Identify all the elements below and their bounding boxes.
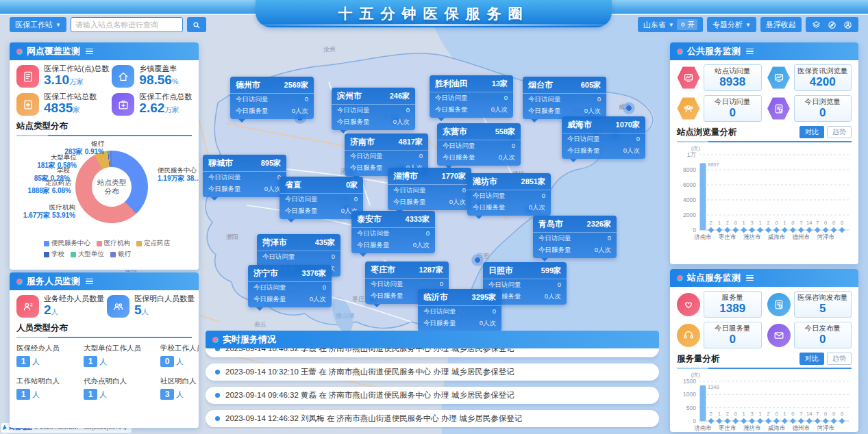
visit-label: 今日访问量: [371, 280, 404, 289]
bullet-dot-icon: [215, 348, 220, 351]
panel-title: 网点覆盖监测: [27, 45, 80, 58]
service-label: 今日服务量: [528, 107, 561, 116]
stat-value: 2.62万家: [139, 101, 192, 116]
map-city-tooltip[interactable]: 滨州市246家今日访问量0今日服务量0人次: [332, 88, 415, 130]
panel-header: 服务人员监测: [10, 272, 199, 290]
svg-text:0: 0: [775, 220, 778, 226]
realtime-service-panel: 实时服务情况 2023-09-14 10:46:32 李霞 在 济南市燕山街道便…: [206, 331, 659, 429]
legend-item[interactable]: 学校: [44, 250, 64, 259]
svg-text:2: 2: [767, 220, 769, 226]
bullet-dot-icon: [215, 370, 220, 374]
stat-value: 0: [796, 333, 850, 346]
mail-circle-icon: [767, 324, 791, 347]
chevron-down-icon: ▼: [745, 22, 751, 28]
stat-label: 业务经办人员数量: [44, 294, 104, 303]
svg-text:3: 3: [751, 411, 754, 417]
menu-icon[interactable]: [86, 49, 93, 55]
realtime-list[interactable]: 2023-09-14 10:46:32 李霞 在 济南市燕山街道便民服务中心 办…: [206, 348, 659, 429]
svg-text:2000: 2000: [683, 212, 696, 218]
city-name: 聊城市: [208, 157, 233, 169]
visit-label: 今日访问量: [357, 229, 390, 238]
map-city-tooltip[interactable]: 淄博市1770家今日访问量0今日服务量0人次: [388, 168, 471, 210]
section-title: 服务量分析 对比 趋势: [677, 353, 852, 369]
visit-value: 0: [406, 106, 410, 115]
float-collapse-label: 悬浮收起: [766, 20, 796, 30]
legend-item[interactable]: 大型单位: [71, 250, 104, 259]
stat-label: 医保咨询发布量: [796, 293, 850, 303]
map-city-tooltip[interactable]: 潍坊市2851家今日访问量0今日服务量0人次: [467, 173, 551, 216]
stat-tile: 服务量1389: [677, 291, 762, 318]
map-city-tooltip[interactable]: 青岛市2326家今日访问量0今日服务量0人次: [533, 216, 617, 258]
compare-button[interactable]: 对比: [799, 126, 824, 138]
type-count-badge: 3: [160, 389, 174, 400]
map-city-tooltip[interactable]: 德州市2569家今日访问量0今日服务量0人次: [230, 77, 314, 119]
svg-text:0: 0: [832, 411, 835, 417]
map-city-tooltip[interactable]: 东营市558家今日访问量0今日服务量0人次: [437, 123, 521, 166]
svg-text:1: 1: [718, 411, 721, 417]
category-dropdown[interactable]: 医保工作站 ▼: [10, 17, 66, 32]
city-count: 435家: [315, 238, 335, 248]
donut-callout: 便民服务中心1.19万家 38....: [158, 166, 199, 183]
service-value: 0人次: [584, 107, 601, 116]
heart-circle-icon: [682, 298, 695, 311]
service-value: 0人次: [499, 153, 515, 162]
donut-callout: 医疗机构1.67万家 53.91%: [16, 203, 75, 220]
account-icon[interactable]: [843, 20, 853, 30]
stat-item: 医保工作站(点)总数3.10万家: [16, 64, 109, 88]
map-city-tooltip[interactable]: 胜利油田13家今日访问量0今日服务量0人次: [430, 75, 513, 118]
menu-icon[interactable]: [746, 49, 754, 55]
float-collapse-button[interactable]: 悬浮收起: [760, 17, 802, 32]
svg-text:2: 2: [726, 220, 729, 226]
search-button[interactable]: [187, 17, 206, 32]
service-value: 0人次: [623, 146, 640, 155]
legend-item[interactable]: 银行: [110, 250, 131, 259]
stat-tile: 今日服务量0: [677, 322, 762, 348]
section-title: 站点类型分布: [16, 120, 192, 136]
trend-button[interactable]: 趋势: [827, 126, 852, 138]
city-count: 1770家: [442, 171, 466, 181]
legend-item[interactable]: 医疗机构: [97, 239, 130, 248]
city-count: 3376家: [302, 268, 326, 279]
map-city-tooltip[interactable]: 泰安市4333家今日访问量0今日服务量0人次: [351, 211, 435, 253]
legend-item[interactable]: 定点药店: [136, 239, 170, 248]
svg-text:德州市: 德州市: [793, 424, 810, 431]
visit-value: 0: [462, 186, 466, 195]
map-city-tooltip[interactable]: 聊城市895家今日访问量0今日服务量0人次: [203, 155, 286, 197]
topic-analysis-dropdown[interactable]: 专题分析 ▼: [707, 17, 756, 32]
personnel-type-item: 代办点明白人1人: [84, 376, 156, 400]
menu-icon[interactable]: [86, 279, 93, 285]
map-city-tooltip[interactable]: 威海市1070家今日访问量0今日服务量0人次: [562, 116, 645, 159]
stat-tile: 今日访问量0: [677, 95, 762, 122]
visit-value: 0: [542, 192, 545, 201]
search-input[interactable]: [71, 17, 183, 32]
svg-text:0: 0: [734, 411, 737, 417]
map-city-tooltip[interactable]: 省直0家今日访问量0今日服务量0人次: [280, 177, 363, 219]
hospital-icon: [21, 98, 35, 112]
stat-value: 0: [706, 107, 760, 119]
svg-text:2: 2: [710, 411, 712, 417]
svg-text:2: 2: [767, 411, 769, 417]
monitor-hex-icon: [682, 71, 695, 85]
stat-value: 0: [706, 333, 760, 346]
map-city-tooltip[interactable]: 烟台市605家今日访问量0今日服务量0人次: [523, 77, 606, 119]
stat-label: 站点访问量: [706, 66, 760, 76]
legend-item[interactable]: 便民服务中心: [44, 239, 90, 248]
mail-circle-icon: [772, 329, 786, 342]
menu-icon[interactable]: [746, 275, 754, 281]
visit-value: 0: [354, 195, 358, 204]
compare-button[interactable]: 对比: [799, 353, 824, 365]
compass-icon[interactable]: [827, 20, 837, 30]
province-dropdown[interactable]: 山东省 ▼ 开: [638, 17, 703, 32]
map-station-marker[interactable]: [621, 101, 636, 116]
medkit-icon: [112, 93, 134, 116]
layers-icon[interactable]: [811, 20, 821, 30]
map-city-tooltip[interactable]: 临沂市3295家今日访问量0今日服务量0人次: [418, 289, 501, 331]
power-toggle[interactable]: 开: [677, 19, 698, 30]
city-name: 泰安市: [357, 214, 382, 225]
search-icon: [191, 20, 201, 30]
trend-button[interactable]: 趋势: [827, 353, 852, 365]
svg-text:1: 1: [758, 411, 761, 417]
hospital-icon: [16, 93, 39, 116]
map-city-tooltip[interactable]: 济宁市3376家今日访问量0今日服务量0人次: [248, 265, 332, 307]
public-service-stats: 站点访问量8938医保资讯浏览量4200今日访问量0今日浏览量0: [677, 64, 852, 122]
